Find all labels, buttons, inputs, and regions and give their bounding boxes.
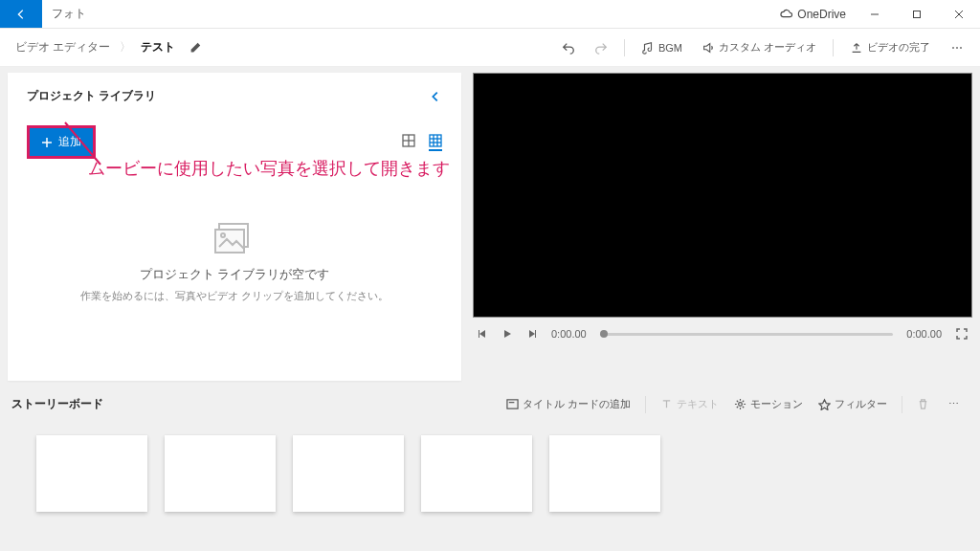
svg-rect-20	[507, 400, 518, 408]
redo-button[interactable]	[589, 37, 613, 58]
svg-rect-1	[914, 11, 921, 17]
breadcrumb-root[interactable]: ビデオ エディター	[15, 39, 110, 55]
minimize-button[interactable]	[854, 0, 896, 28]
onedrive-status[interactable]: OneDrive	[771, 0, 854, 28]
pencil-icon[interactable]	[189, 41, 202, 55]
bgm-label: BGM	[658, 42, 682, 54]
prev-frame-button[interactable]	[477, 328, 488, 340]
separator	[624, 39, 625, 56]
library-panel: プロジェクト ライブラリ 追加	[8, 73, 461, 381]
text-icon	[660, 398, 673, 410]
storyboard-slot[interactable]	[549, 435, 660, 512]
svg-rect-18	[535, 330, 536, 338]
title-card-icon	[506, 398, 519, 410]
close-button[interactable]	[938, 0, 980, 28]
window-controls	[854, 0, 980, 28]
view-grid-icon[interactable]	[429, 134, 442, 151]
finish-video-button[interactable]: ビデオの完了	[844, 36, 936, 58]
custom-audio-label: カスタム オーディオ	[719, 40, 816, 55]
delete-icon[interactable]	[913, 396, 933, 412]
storyboard-title: ストーリーボード	[11, 396, 103, 412]
svg-rect-17	[479, 330, 479, 338]
breadcrumb-current: テスト	[141, 39, 175, 55]
motion-label: モーション	[750, 397, 803, 411]
svg-point-22	[739, 403, 743, 407]
chevron-right-icon: 〉	[120, 39, 131, 55]
breadcrumb: ビデオ エディター 〉 テスト	[0, 39, 175, 55]
player-controls: 0:00.00 0:00.00	[473, 318, 972, 341]
svg-rect-9	[430, 135, 441, 146]
music-icon	[641, 41, 655, 55]
text-label: テキスト	[677, 397, 719, 411]
onedrive-label: OneDrive	[797, 8, 846, 21]
add-title-card-button[interactable]: タイトル カードの追加	[502, 395, 635, 413]
storyboard-slot[interactable]	[293, 435, 404, 512]
title-bar: フォト OneDrive	[0, 0, 980, 29]
add-button-label: 追加	[58, 134, 81, 150]
storyboard-slot[interactable]	[165, 435, 276, 512]
main-area: プロジェクト ライブラリ 追加	[0, 67, 980, 381]
top-actions: BGM カスタム オーディオ ビデオの完了 ⋯	[556, 36, 980, 58]
preview-panel: 0:00.00 0:00.00	[473, 73, 972, 381]
filters-label: フィルター	[835, 397, 887, 411]
finish-video-label: ビデオの完了	[867, 40, 930, 55]
storyboard-more-button[interactable]: ⋯	[941, 394, 969, 414]
fullscreen-button[interactable]	[955, 327, 969, 341]
more-button[interactable]: ⋯	[944, 37, 972, 58]
motion-button[interactable]: モーション	[730, 395, 807, 413]
speaker-icon	[702, 41, 715, 55]
empty-subtitle: 作業を始めるには、写真やビデオ クリップを追加してください。	[80, 289, 389, 303]
back-button[interactable]	[0, 0, 42, 28]
play-button[interactable]	[501, 328, 513, 340]
filters-icon	[818, 398, 831, 410]
maximize-button[interactable]	[896, 0, 938, 28]
bgm-button[interactable]: BGM	[635, 37, 688, 58]
photos-icon	[213, 222, 256, 256]
video-preview[interactable]	[473, 73, 972, 318]
filters-button[interactable]: フィルター	[814, 395, 891, 413]
next-frame-button[interactable]	[526, 328, 538, 340]
view-large-icon[interactable]	[402, 134, 415, 151]
storyboard-cards	[11, 435, 969, 512]
add-title-card-label: タイトル カードの追加	[523, 397, 631, 411]
export-icon	[850, 41, 863, 55]
custom-audio-button[interactable]: カスタム オーディオ	[696, 36, 822, 58]
add-button[interactable]: 追加	[27, 125, 96, 159]
empty-title: プロジェクト ライブラリが空です	[140, 266, 330, 283]
storyboard-slot[interactable]	[36, 435, 147, 512]
collapse-button[interactable]	[429, 90, 442, 103]
storyboard-section: ストーリーボード タイトル カードの追加 テキスト モーション	[0, 394, 980, 512]
time-current: 0:00.00	[551, 328, 587, 340]
undo-button[interactable]	[556, 37, 581, 58]
separator	[645, 396, 646, 413]
top-toolbar: ビデオ エディター 〉 テスト BGM カスタム オーディオ	[0, 29, 980, 67]
app-title: フォト	[42, 0, 96, 28]
library-empty-state: プロジェクト ライブラリが空です 作業を始めるには、写真やビデオ クリップを追加…	[27, 159, 442, 365]
separator	[833, 39, 834, 56]
storyboard-slot[interactable]	[421, 435, 532, 512]
time-total: 0:00.00	[906, 328, 942, 340]
cloud-icon	[779, 8, 792, 21]
text-button[interactable]: テキスト	[657, 395, 723, 413]
motion-icon	[734, 398, 746, 410]
seek-bar[interactable]	[600, 333, 894, 336]
separator	[902, 396, 902, 413]
library-title: プロジェクト ライブラリ	[27, 88, 156, 104]
